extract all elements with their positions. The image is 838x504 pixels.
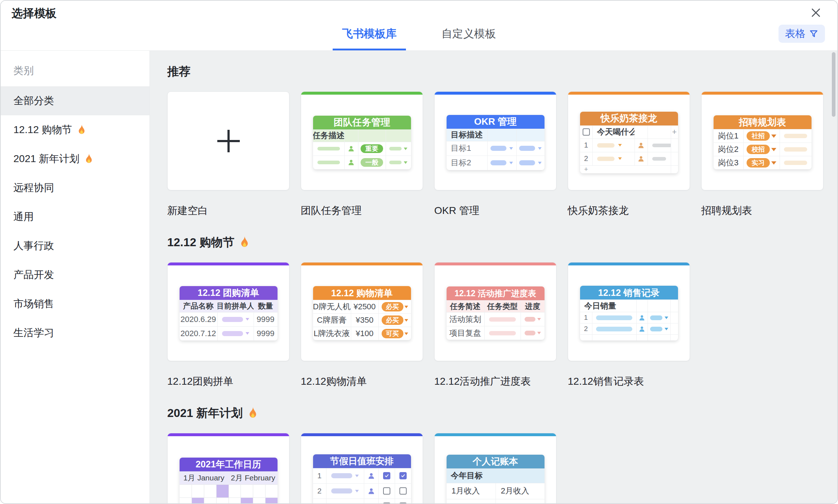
template-card-team-task[interactable]: 团队任务管理 任务描述 [301,91,423,190]
person-icon [638,314,645,321]
preview-cell: 项目复盘 [449,328,481,339]
sidebar-item-2021-new-year-plan[interactable]: 2021 新年计划 [1,144,149,173]
person-icon [348,145,355,152]
chevron-down-icon [665,328,668,330]
sidebar-item-label: 人事行政 [13,239,54,253]
card-accent-bar [568,263,690,265]
calendar-grid [180,484,278,504]
checkbox-checked-icon [383,472,390,479]
month-header: 2月 February [231,473,275,483]
sidebar-item-general[interactable]: 通用 [1,202,149,231]
template-card-okr[interactable]: OKR 管理 目标描述 目标1 [434,91,556,190]
sidebar-item-product-dev[interactable]: 产品开发 [1,260,149,289]
status-badge: 校招 [747,145,770,154]
preview-pill [222,317,243,322]
tab-custom-templates[interactable]: 自定义模板 [432,26,505,50]
sidebar-item-1212-shopping-festival[interactable]: 12.12 购物节 [1,115,149,144]
status-badge: 必买 [382,302,403,311]
preview-title: 快乐奶茶接龙 [580,112,678,125]
preview-pill [490,146,506,151]
chevron-down-icon [665,317,668,319]
tab-label: 飞书模板库 [342,28,397,40]
section-title-text: 推荐 [167,64,190,79]
close-button[interactable] [810,7,822,19]
preview-col-header: 进度 [525,301,540,311]
template-tile-shopping-list: 12.12 购物清单 D牌无人机 ¥2500 必买 C牌唇膏 ¥350 必买 [301,262,423,389]
newyear-cards-row: 2021年工作日历 1月 January 2月 February [167,433,837,503]
card-accent-bar [435,433,556,436]
recommended-cards-row: 新建空白 团队任务管理 任务描述 [167,91,837,218]
row-number: 2 [584,154,588,163]
template-label: 12.12活动推广进度表 [434,374,556,389]
row-number: 2 [584,325,588,333]
sidebar-item-label: 生活学习 [13,326,54,340]
chevron-down-icon [404,161,407,164]
template-label: OKR 管理 [434,203,556,218]
chevron-down-icon [618,144,622,146]
template-card-sales-record[interactable]: 12.12 销售记录 今日销量 1 [568,262,690,361]
chevron-down-icon [537,318,541,321]
checkbox-icon [383,487,390,495]
preview-pill [519,160,535,165]
template-card-shopping-list[interactable]: 12.12 购物清单 D牌无人机 ¥2500 必买 C牌唇膏 ¥350 必买 [301,262,423,361]
row-number: 1 [584,141,588,149]
table-filter-button[interactable]: 表格 [779,25,825,43]
chevron-down-icon [509,162,513,164]
preview-title: OKR 管理 [447,115,545,129]
sidebar-item-life-learning[interactable]: 生活学习 [1,318,149,347]
status-badge: 社招 [747,131,770,141]
preview-table: 12.12 团购清单 产品名称 目前拼单人 数量 2020.6.29 9999 [180,286,278,340]
preview-cell: 2020.7.12 [181,329,216,338]
chevron-down-icon [618,157,622,160]
scrollbar-thumb[interactable] [832,52,835,117]
status-badge: 必买 [382,315,403,325]
template-card-milk-tea[interactable]: 快乐奶茶接龙 今天喝什么 + 1 [568,91,690,190]
preview-cell: 2月收入 [501,486,529,496]
preview-cell: ¥100 [356,329,374,338]
template-card-holiday-duty[interactable]: 节假日值班安排 1 2 [301,433,423,503]
preview-cell: 9999 [257,315,275,324]
chevron-down-icon [771,148,776,151]
status-badge: 实习 [747,158,770,168]
chevron-down-icon [404,148,407,150]
preview-table: OKR 管理 目标描述 目标1 [447,115,545,170]
chevron-down-icon [404,319,408,322]
card-accent-bar [301,92,423,95]
preview-bar [389,161,402,164]
preview-cell: 目标2 [451,157,471,168]
dialog-body: 类别 全部分类 12.12 购物节 2021 新年计划 远程协同 [1,51,837,503]
checkbox-icon [399,503,407,503]
preview-bar [784,161,807,165]
sidebar-item-all-categories[interactable]: 全部分类 [1,86,149,115]
preview-bar [489,317,516,322]
preview-bar [317,147,340,150]
preview-bar [389,147,402,150]
template-gallery: 推荐 新建空白 [150,51,837,503]
template-card-recruit[interactable]: 招聘规划表 岗位1 社招 岗位2 校招 [701,91,823,190]
template-tile-holiday-duty: 节假日值班安排 1 2 [301,433,423,503]
template-card-personal-ledger[interactable]: 个人记账本 今年目标 1月收入 2月收入 [434,433,556,503]
sidebar-item-hr-admin[interactable]: 人事行政 [1,231,149,260]
preview-title: 12.12 销售记录 [580,286,678,299]
template-tile-recruit: 招聘规划表 岗位1 社招 岗位2 校招 [701,91,823,218]
template-card-new-blank[interactable] [167,91,289,190]
preview-pill [650,315,662,320]
chevron-down-icon [538,162,542,164]
shopping-cards-row: 12.12 团购清单 产品名称 目前拼单人 数量 2020.6.29 9999 [167,262,837,389]
preview-bar [784,134,807,138]
template-card-work-calendar[interactable]: 2021年工作日历 1月 January 2月 February [167,433,289,503]
tab-feishu-template-library[interactable]: 飞书模板库 [333,26,406,50]
sidebar-item-remote-collaboration[interactable]: 远程协同 [1,173,149,202]
template-card-promo-progress[interactable]: 12.12 活动推广进度表 任务简述 任务类型 进度 活动策划 [434,262,556,361]
chevron-down-icon [771,135,776,138]
preview-cell: ¥350 [356,315,374,325]
template-tile-promo-progress: 12.12 活动推广进度表 任务简述 任务类型 进度 活动策划 [434,262,556,389]
status-badge: 可买 [382,329,403,338]
preview-cell: 1月收入 [452,486,480,496]
preview-col-header: 任务描述 [313,130,344,141]
preview-cell: 9999 [257,329,275,338]
template-label: 团队任务管理 [301,203,423,218]
template-label: 招聘规划表 [701,203,823,218]
template-card-group-buy[interactable]: 12.12 团购清单 产品名称 目前拼单人 数量 2020.6.29 9999 [167,262,289,361]
sidebar-item-marketing-sales[interactable]: 市场销售 [1,289,149,318]
